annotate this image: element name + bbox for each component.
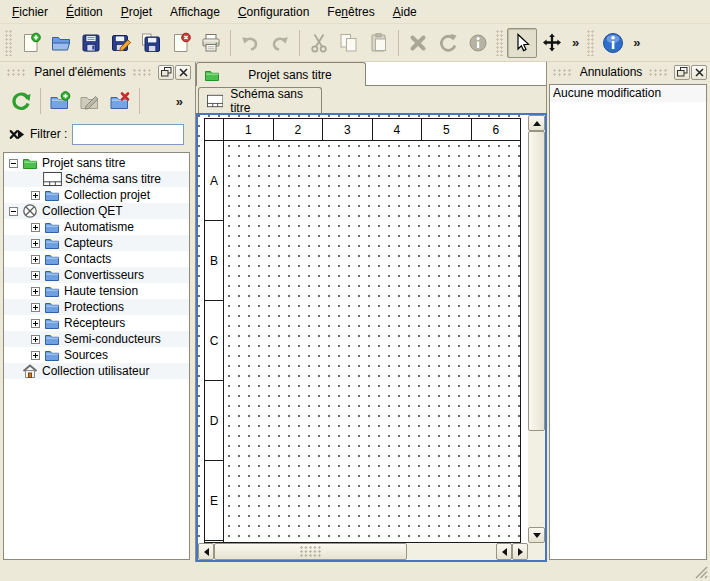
tree-item-sources[interactable]: Sources xyxy=(4,347,189,363)
scroll-right-button[interactable] xyxy=(512,543,528,560)
menu-projet[interactable]: Projet xyxy=(112,1,161,23)
save-all-icon xyxy=(140,32,162,54)
scroll-down-button[interactable] xyxy=(528,527,545,543)
open-button[interactable] xyxy=(46,28,76,58)
clear-filter-icon[interactable] xyxy=(8,126,25,143)
close-panel-button[interactable] xyxy=(175,65,191,80)
menu-aide[interactable]: Aide xyxy=(384,1,426,23)
toolbar-overflow-chevron[interactable]: » xyxy=(628,35,645,50)
expand-expander-icon[interactable] xyxy=(30,319,41,328)
filter-label: Filtrer : xyxy=(30,127,67,141)
tab-schema-sans-titre[interactable]: Schéma sans titre xyxy=(198,87,322,113)
save-as-icon xyxy=(110,32,132,54)
scroll-left-button[interactable] xyxy=(198,543,214,560)
undo-panel: Annulations Aucune modification xyxy=(548,62,708,562)
expand-expander-icon[interactable] xyxy=(30,191,41,200)
close-panel-button[interactable] xyxy=(691,65,707,80)
toolbar-grip[interactable] xyxy=(5,30,13,56)
save-all-button[interactable] xyxy=(136,28,166,58)
tree-item-collection-qet[interactable]: Collection QET xyxy=(4,203,189,219)
folder-icon xyxy=(43,331,61,347)
float-icon xyxy=(677,67,688,77)
tree-item-projet-sans-titre[interactable]: Projet sans titre xyxy=(4,155,189,171)
toolbar-grip[interactable] xyxy=(496,30,504,56)
horizontal-scrollbar-thumb[interactable] xyxy=(214,543,407,560)
column-header-5: 5 xyxy=(422,119,472,140)
folder-icon xyxy=(43,283,61,299)
scroll-left-button-2[interactable] xyxy=(496,543,512,560)
new-document-button[interactable] xyxy=(16,28,46,58)
horizontal-scrollbar[interactable] xyxy=(198,543,528,560)
schema-icon xyxy=(43,172,62,186)
expand-expander-icon[interactable] xyxy=(30,335,41,344)
project-folder-icon xyxy=(21,155,39,171)
expand-expander-icon[interactable] xyxy=(30,271,41,280)
tree-item-protections[interactable]: Protections xyxy=(4,299,189,315)
elements-panel-title: Panel d'éléments xyxy=(32,65,128,79)
resize-grip-icon[interactable] xyxy=(695,566,708,579)
float-panel-button[interactable] xyxy=(158,65,174,80)
tree-item-semi-conducteurs[interactable]: Semi-conducteurs xyxy=(4,331,189,347)
undo-history-list: Aucune modification xyxy=(549,84,707,560)
menu-affichage[interactable]: Affichage xyxy=(161,1,229,23)
tree-item-convertisseurs[interactable]: Convertisseurs xyxy=(4,267,189,283)
undo-list-item[interactable]: Aucune modification xyxy=(550,85,706,102)
delete-category-button[interactable] xyxy=(105,86,135,116)
tree-item-haute-tension[interactable]: Haute tension xyxy=(4,283,189,299)
menu-edition[interactable]: Édition xyxy=(57,1,112,23)
new-category-button[interactable] xyxy=(45,86,75,116)
save-as-button[interactable] xyxy=(106,28,136,58)
tree-item-collection-projet[interactable]: Collection projet xyxy=(4,187,189,203)
vertical-scrollbar-thumb[interactable] xyxy=(528,131,545,431)
schema-icon xyxy=(207,94,223,108)
collapse-expander-icon[interactable] xyxy=(8,159,19,168)
frame-corner-cell xyxy=(205,119,224,140)
expand-expander-icon[interactable] xyxy=(30,351,41,360)
expand-expander-icon[interactable] xyxy=(30,223,41,232)
tree-item-schema-sans-titre[interactable]: Schéma sans titre xyxy=(4,171,189,187)
vertical-scrollbar[interactable] xyxy=(528,115,545,543)
schema-tab-bar: Schéma sans titre xyxy=(196,86,546,113)
dock-grip xyxy=(7,69,27,76)
scroll-up-button[interactable] xyxy=(528,115,545,131)
panel-toolbar-overflow-chevron[interactable]: » xyxy=(171,94,188,109)
elements-panel-titlebar[interactable]: Panel d'éléments xyxy=(2,62,192,82)
collapse-expander-icon[interactable] xyxy=(8,207,19,216)
folder-icon xyxy=(43,299,61,315)
open-icon xyxy=(50,32,72,54)
new-category-icon xyxy=(49,90,71,112)
toolbar-overflow-chevron[interactable]: » xyxy=(567,35,584,50)
row-label-e: E xyxy=(205,461,223,541)
select-mode-button[interactable] xyxy=(507,28,537,58)
tree-item-collection-utilisateur[interactable]: Collection utilisateur xyxy=(4,363,189,379)
expand-expander-icon[interactable] xyxy=(30,255,41,264)
redo-icon xyxy=(269,32,291,54)
undo-panel-titlebar[interactable]: Annulations xyxy=(548,62,708,82)
move-mode-icon xyxy=(541,32,563,54)
expand-expander-icon[interactable] xyxy=(30,239,41,248)
tab-projet-sans-titre[interactable]: Projet sans titre xyxy=(196,62,366,86)
close-file-button[interactable] xyxy=(166,28,196,58)
expand-expander-icon[interactable] xyxy=(30,303,41,312)
refresh-icon xyxy=(9,89,33,113)
tree-item-capteurs[interactable]: Capteurs xyxy=(4,235,189,251)
undo-button xyxy=(235,28,265,58)
float-icon xyxy=(161,67,172,77)
filter-input[interactable] xyxy=(72,124,184,145)
menu-configuration[interactable]: Configuration xyxy=(229,1,318,23)
float-panel-button[interactable] xyxy=(674,65,690,80)
expand-expander-icon[interactable] xyxy=(30,287,41,296)
menu-fichier[interactable]: Fichier xyxy=(3,1,57,23)
diagram-canvas[interactable]: 1 2 3 4 5 6 A B C D E xyxy=(198,115,528,543)
refresh-collections-button[interactable] xyxy=(6,86,36,116)
menu-fenetres[interactable]: Fenêtres xyxy=(318,1,383,23)
tree-item-contacts[interactable]: Contacts xyxy=(4,251,189,267)
move-mode-button[interactable] xyxy=(537,28,567,58)
tree-item-recepteurs[interactable]: Récepteurs xyxy=(4,315,189,331)
print-button[interactable] xyxy=(196,28,226,58)
project-tab-bar: Projet sans titre xyxy=(196,62,546,86)
save-button[interactable] xyxy=(76,28,106,58)
about-button[interactable] xyxy=(598,28,628,58)
toolbar-grip[interactable] xyxy=(587,30,595,56)
tree-item-automatisme[interactable]: Automatisme xyxy=(4,219,189,235)
